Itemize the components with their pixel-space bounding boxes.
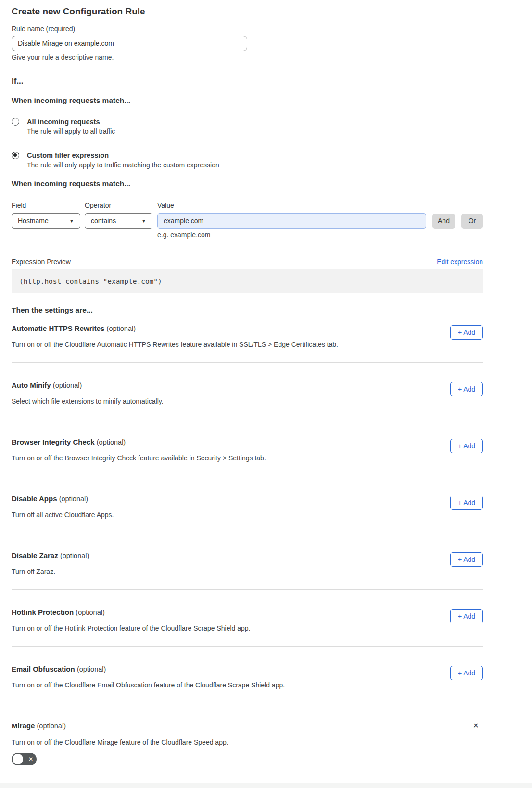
then-heading: Then the settings are... xyxy=(12,306,483,315)
and-button[interactable]: And xyxy=(432,214,455,229)
close-icon[interactable]: ✕ xyxy=(473,722,479,730)
value-input[interactable] xyxy=(157,213,426,229)
setting-title: Auto Minify xyxy=(12,381,51,389)
value-label: Value xyxy=(157,202,174,209)
setting-title: Browser Integrity Check xyxy=(12,438,95,446)
radio-label: Custom filter expression xyxy=(27,151,219,160)
radio-description: The rule will apply to all traffic xyxy=(27,127,115,136)
setting-row: Automatic HTTPS Rewrites (optional) + Ad… xyxy=(12,315,483,363)
setting-description: Select which file extensions to minify a… xyxy=(12,397,483,406)
radio-option-all-requests[interactable]: All incoming requests The rule will appl… xyxy=(12,117,483,136)
setting-optional-tag: (optional) xyxy=(97,438,126,446)
expression-preview-box: (http.host contains "example.com") xyxy=(12,269,483,293)
or-button[interactable]: Or xyxy=(461,214,483,229)
operator-select[interactable]: contains ▼ xyxy=(85,213,152,229)
setting-description: Turn on or off the Browser Integrity Che… xyxy=(12,454,483,462)
radio-description: The rule will only apply to traffic matc… xyxy=(27,161,219,169)
add-button[interactable]: + Add xyxy=(450,439,483,453)
setting-description: Turn on or off the Cloudflare Automatic … xyxy=(12,340,483,349)
field-select[interactable]: Hostname ▼ xyxy=(12,213,80,229)
operator-select-value: contains xyxy=(91,217,116,225)
radio-label: All incoming requests xyxy=(27,117,115,127)
setting-optional-tag: (optional) xyxy=(53,381,82,389)
expression-preview-label: Expression Preview xyxy=(12,258,71,266)
setting-title: Disable Apps xyxy=(12,495,57,503)
add-button[interactable]: + Add xyxy=(450,666,483,680)
rule-name-label: Rule name (required) xyxy=(12,25,483,33)
setting-optional-tag: (optional) xyxy=(37,722,66,730)
builder-heading: When incoming requests match... xyxy=(12,179,483,188)
setting-row: Disable Zaraz (optional) + Add Turn off … xyxy=(12,533,483,590)
setting-row: Email Obfuscation (optional) + Add Turn … xyxy=(12,647,483,703)
setting-title: Disable Zaraz xyxy=(12,551,58,559)
radio-option-custom-filter[interactable]: Custom filter expression The rule will o… xyxy=(12,151,483,169)
add-button[interactable]: + Add xyxy=(450,609,483,623)
mirage-toggle-off[interactable]: ✕ xyxy=(12,753,37,765)
operator-label: Operator xyxy=(85,202,157,209)
add-button[interactable]: + Add xyxy=(450,496,483,510)
chevron-down-icon: ▼ xyxy=(69,218,74,224)
setting-title: Email Obfuscation xyxy=(12,665,75,673)
setting-description: Turn on or off the Cloudflare Email Obfu… xyxy=(12,681,483,689)
footer-strip xyxy=(0,783,532,788)
toggle-x-icon: ✕ xyxy=(28,756,33,762)
setting-optional-tag: (optional) xyxy=(76,609,104,616)
setting-optional-tag: (optional) xyxy=(60,552,89,559)
setting-description: Turn off Zaraz. xyxy=(12,567,483,576)
radio-button-unselected[interactable] xyxy=(12,118,19,126)
chevron-down-icon: ▼ xyxy=(141,218,146,224)
add-button[interactable]: + Add xyxy=(450,552,483,567)
page-title: Create new Configuration Rule xyxy=(12,0,483,17)
setting-title: Automatic HTTPS Rewrites xyxy=(12,324,104,332)
rule-name-input[interactable] xyxy=(12,36,247,51)
setting-row: Hotlink Protection (optional) + Add Turn… xyxy=(12,590,483,647)
field-label: Field xyxy=(12,202,85,209)
setting-description: Turn on or off the Hotlink Protection fe… xyxy=(12,624,483,633)
value-helper: e.g. example.com xyxy=(157,231,483,239)
field-select-value: Hostname xyxy=(18,217,49,225)
setting-title: Mirage xyxy=(12,722,35,730)
match-heading: When incoming requests match... xyxy=(12,96,483,105)
if-heading: If... xyxy=(12,76,483,86)
setting-title: Hotlink Protection xyxy=(12,608,74,616)
section-divider xyxy=(12,69,483,69)
setting-row: Browser Integrity Check (optional) + Add… xyxy=(12,419,483,476)
setting-description: Turn on or off the Cloudflare Mirage fea… xyxy=(12,738,483,747)
setting-optional-tag: (optional) xyxy=(77,665,106,673)
settings-list: Automatic HTTPS Rewrites (optional) + Ad… xyxy=(12,315,483,703)
edit-expression-link[interactable]: Edit expression xyxy=(437,258,483,266)
add-button[interactable]: + Add xyxy=(450,325,483,340)
setting-description: Turn off all active Cloudflare Apps. xyxy=(12,510,483,519)
radio-button-selected[interactable] xyxy=(12,152,19,159)
toggle-knob xyxy=(13,754,23,764)
setting-optional-tag: (optional) xyxy=(107,325,136,332)
add-button[interactable]: + Add xyxy=(450,382,483,396)
expression-code: (http.host contains "example.com") xyxy=(19,278,162,285)
setting-row-mirage: Mirage (optional) ✕ Turn on or off the C… xyxy=(12,703,483,765)
setting-row: Disable Apps (optional) + Add Turn off a… xyxy=(12,476,483,533)
setting-optional-tag: (optional) xyxy=(59,495,88,503)
setting-row: Auto Minify (optional) + Add Select whic… xyxy=(12,363,483,419)
rule-name-helper: Give your rule a descriptive name. xyxy=(12,53,483,61)
